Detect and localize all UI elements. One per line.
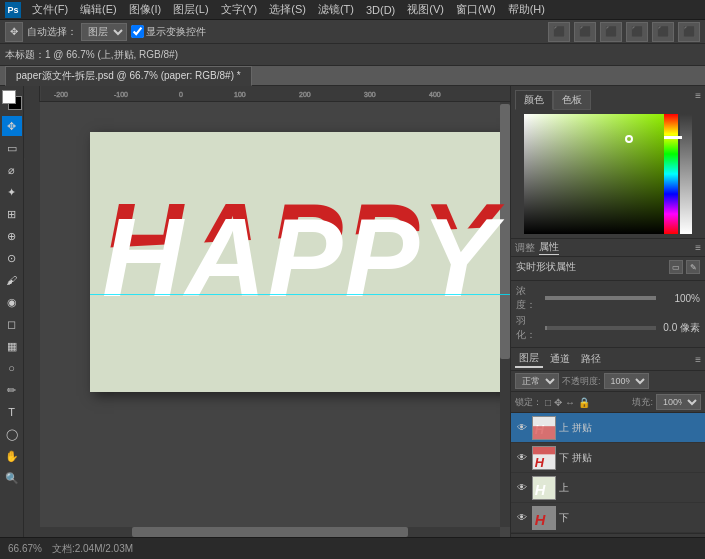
lasso-tool[interactable]: ⌀ xyxy=(2,160,22,180)
guide-line xyxy=(90,294,510,295)
svg-rect-9 xyxy=(24,102,40,537)
shape-icons: ▭ ✎ xyxy=(669,260,700,274)
dodge-tool[interactable]: ○ xyxy=(2,358,22,378)
layers-panel-menu[interactable]: ≡ xyxy=(695,354,701,365)
auto-select-label: 自动选择： xyxy=(27,25,77,39)
lock-icon-2[interactable]: ✥ xyxy=(554,397,562,408)
color-swatches[interactable] xyxy=(2,90,22,110)
alpha-strip[interactable] xyxy=(680,114,692,234)
lock-label: 锁定： xyxy=(515,396,542,409)
shape-section-header: 实时形状属性 ▭ ✎ xyxy=(516,260,700,274)
adj-props-tabs: 调整 属性 ≡ xyxy=(511,239,705,257)
layer-eye-2[interactable]: 👁 xyxy=(515,481,529,495)
shape-icon-2[interactable]: ✎ xyxy=(686,260,700,274)
layer-eye-1[interactable]: 👁 xyxy=(515,451,529,465)
opacity-slider[interactable] xyxy=(545,296,656,300)
layer-eye-3[interactable]: 👁 xyxy=(515,511,529,525)
auto-select-dropdown[interactable]: 图层 组 xyxy=(81,23,127,41)
adj-tab[interactable]: 调整 xyxy=(515,241,535,255)
doc-info-label: 本标题：1 @ 66.7% (上,拼贴, RGB/8#) xyxy=(5,48,178,62)
channels-tab[interactable]: 通道 xyxy=(546,351,574,367)
healing-tool[interactable]: ⊙ xyxy=(2,248,22,268)
angle-slider[interactable] xyxy=(545,326,656,330)
color-tab-color[interactable]: 颜色 xyxy=(515,90,553,110)
layer-name-0: 上 拼贴 xyxy=(559,421,701,435)
menu-help[interactable]: 帮助(H) xyxy=(503,1,550,18)
shape-properties: 实时形状属性 ▭ ✎ xyxy=(511,257,705,281)
fill-select[interactable]: 100% xyxy=(656,394,701,410)
align-btn-6[interactable]: ⬛ xyxy=(678,22,700,42)
magic-wand-tool[interactable]: ✦ xyxy=(2,182,22,202)
layer-item-0[interactable]: 👁 H 上 拼贴 xyxy=(511,413,705,443)
color-picker[interactable] xyxy=(524,114,692,234)
eraser-tool[interactable]: ◻ xyxy=(2,314,22,334)
layer-item-3[interactable]: 👁 H 下 xyxy=(511,503,705,533)
lock-icon-3[interactable]: ↔ xyxy=(565,397,575,408)
hue-strip[interactable] xyxy=(664,114,678,234)
paths-tab[interactable]: 路径 xyxy=(577,351,605,367)
happy-white-layer: HAPPY xyxy=(90,202,510,314)
opacity-label: 浓度： xyxy=(516,284,541,312)
right-panel: 颜色 色板 ≡ 调整 属性 ≡ 实时形状属性 xyxy=(510,86,705,537)
layers-tab[interactable]: 图层 xyxy=(515,350,543,368)
left-toolbar: ✥ ▭ ⌀ ✦ ⊞ ⊕ ⊙ 🖌 ◉ ◻ ▦ ○ ✏ T ◯ ✋ 🔍 xyxy=(0,86,24,537)
align-btn-3[interactable]: ⬛ xyxy=(600,22,622,42)
color-gradient-dark xyxy=(524,114,664,234)
brush-tool[interactable]: 🖌 xyxy=(2,270,22,290)
svg-text:100: 100 xyxy=(234,91,246,98)
menu-file[interactable]: 文件(F) xyxy=(27,1,73,18)
shape-icon-1[interactable]: ▭ xyxy=(669,260,683,274)
opacity-row: 浓度： 100% xyxy=(516,284,700,312)
zoom-tool[interactable]: 🔍 xyxy=(2,468,22,488)
scrollbar-vertical[interactable] xyxy=(500,102,510,527)
menu-3d[interactable]: 3D(D) xyxy=(361,3,400,17)
layer-thumb-1: H xyxy=(532,446,556,470)
show-transform-label: 显示变换控件 xyxy=(146,25,206,39)
main-area: ✥ ▭ ⌀ ✦ ⊞ ⊕ ⊙ 🖌 ◉ ◻ ▦ ○ ✏ T ◯ ✋ 🔍 -200 -… xyxy=(0,86,705,537)
lock-icon-1[interactable]: □ xyxy=(545,397,551,408)
menu-select[interactable]: 选择(S) xyxy=(264,1,311,18)
align-btn-5[interactable]: ⬛ xyxy=(652,22,674,42)
gradient-tool[interactable]: ▦ xyxy=(2,336,22,356)
menu-filter[interactable]: 滤镜(T) xyxy=(313,1,359,18)
crop-tool[interactable]: ⊞ xyxy=(2,204,22,224)
menu-layer[interactable]: 图层(L) xyxy=(168,1,213,18)
status-bar: 66.67% 文档:2.04M/2.03M xyxy=(0,537,705,559)
align-btn-4[interactable]: ⬛ xyxy=(626,22,648,42)
layers-panel: 图层 通道 路径 ≡ 正常 不透明度: 100% 锁定： □ ✥ ↔ xyxy=(511,348,705,559)
layer-item-1[interactable]: 👁 H 下 拼贴 xyxy=(511,443,705,473)
doc-tab-active[interactable]: paper源文件-拆层.psd @ 66.7% (paper: RGB/8#) … xyxy=(5,66,252,86)
align-btn-1[interactable]: ⬛ xyxy=(548,22,570,42)
props-tab[interactable]: 属性 xyxy=(539,240,559,255)
clone-tool[interactable]: ◉ xyxy=(2,292,22,312)
hand-tool[interactable]: ✋ xyxy=(2,446,22,466)
color-tab-swatches[interactable]: 色板 xyxy=(553,90,591,110)
menu-image[interactable]: 图像(I) xyxy=(124,1,166,18)
scrollbar-horizontal[interactable] xyxy=(40,527,500,537)
menu-bar: Ps 文件(F) 编辑(E) 图像(I) 图层(L) 文字(Y) 选择(S) 滤… xyxy=(0,0,705,20)
marquee-tool[interactable]: ▭ xyxy=(2,138,22,158)
menu-text[interactable]: 文字(Y) xyxy=(216,1,263,18)
menu-edit[interactable]: 编辑(E) xyxy=(75,1,122,18)
layer-item-2[interactable]: 👁 H 上 xyxy=(511,473,705,503)
layers-controls-2: 锁定： □ ✥ ↔ 🔒 填充: 100% xyxy=(511,392,705,413)
opacity-select[interactable]: 100% xyxy=(604,373,649,389)
move-tool[interactable]: ✥ xyxy=(2,116,22,136)
color-panel-menu[interactable]: ≡ xyxy=(695,90,701,110)
layer-eye-0[interactable]: 👁 xyxy=(515,421,529,435)
eyedropper-tool[interactable]: ⊕ xyxy=(2,226,22,246)
menu-window[interactable]: 窗口(W) xyxy=(451,1,501,18)
shape-tool[interactable]: ◯ xyxy=(2,424,22,444)
show-transform-checkbox[interactable] xyxy=(131,25,144,38)
text-tool[interactable]: T xyxy=(2,402,22,422)
info-toolbar: 本标题：1 @ 66.7% (上,拼贴, RGB/8#) xyxy=(0,44,705,66)
blend-mode-select[interactable]: 正常 xyxy=(515,373,559,389)
move-tool-btn[interactable]: ✥ xyxy=(5,22,23,42)
pen-tool[interactable]: ✏ xyxy=(2,380,22,400)
menu-view[interactable]: 视图(V) xyxy=(402,1,449,18)
align-btn-2[interactable]: ⬛ xyxy=(574,22,596,42)
svg-text:H: H xyxy=(535,482,546,498)
lock-icon-4[interactable]: 🔒 xyxy=(578,397,590,408)
svg-text:0: 0 xyxy=(179,91,183,98)
props-panel-menu[interactable]: ≡ xyxy=(695,242,701,253)
